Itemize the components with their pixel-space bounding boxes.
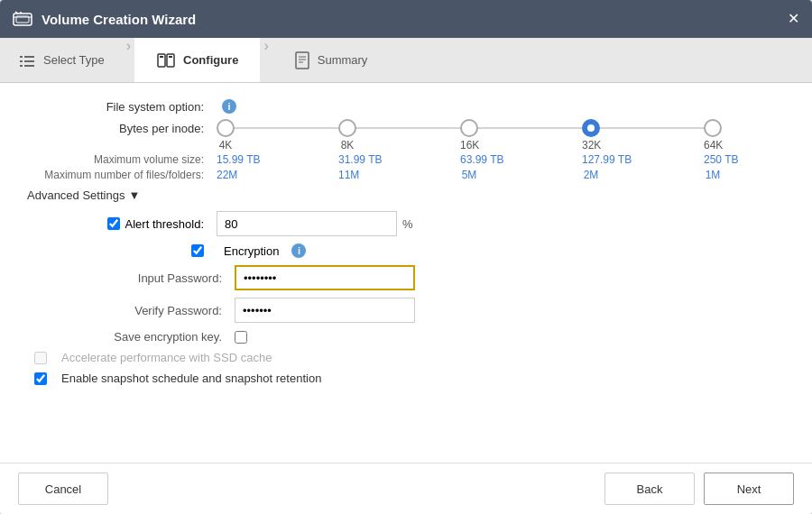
titlebar: Volume Creation Wizard ✕: [0, 0, 812, 38]
close-button[interactable]: ✕: [788, 12, 799, 26]
advanced-settings-label: Advanced Settings: [27, 188, 125, 202]
encryption-label: Encryption: [224, 244, 279, 258]
slider-dot-16k[interactable]: [460, 119, 478, 137]
svg-rect-14: [169, 56, 172, 58]
slider-dot-32k[interactable]: [582, 119, 600, 137]
save-key-checkbox[interactable]: [235, 331, 247, 344]
save-key-row: Save encryption key.: [45, 330, 785, 344]
encryption-info-icon[interactable]: i: [291, 243, 306, 258]
label-32k: 32K: [582, 139, 600, 151]
max-files-row: Maximum number of files/folders: 22M 11M…: [27, 169, 785, 181]
input-password-row: Input Password:: [45, 265, 785, 290]
encryption-section: Input Password: Verify Password: Save en…: [45, 265, 785, 344]
snapshot-label: Enable snapshot schedule and snapshot re…: [61, 372, 321, 385]
tab-select-type-label: Select Type: [43, 53, 105, 67]
ssd-cache-row: Accelerate performance with SSD cache: [27, 351, 785, 364]
slider-dot-4k[interactable]: [217, 119, 235, 137]
tab-summary-label: Summary: [318, 53, 368, 67]
max-volume-size-row: Maximum volume size: 15.99 TB 31.99 TB 6…: [27, 153, 785, 166]
svg-rect-10: [24, 65, 34, 67]
vol-size-32k: 127.99 TB: [582, 153, 600, 166]
ssd-cache-checkbox[interactable]: [34, 352, 47, 364]
tab-arrow-2: ›: [263, 38, 268, 82]
label-4k: 4K: [217, 139, 235, 151]
verify-password-row: Verify Password:: [45, 298, 785, 323]
alert-threshold-row: Alert threshold: %: [27, 211, 785, 236]
label-8k: 8K: [338, 139, 356, 151]
snapshot-checkbox[interactable]: [34, 372, 47, 385]
tab-arrow-1: ›: [126, 38, 131, 82]
window-title: Volume Creation Wizard: [42, 12, 196, 27]
label-64k: 64K: [704, 139, 722, 151]
files-4k: 22M: [217, 169, 235, 181]
files-8k: 11M: [338, 169, 356, 181]
tab-summary[interactable]: Summary: [272, 38, 390, 82]
advanced-settings-toggle[interactable]: Advanced Settings ▼: [27, 188, 785, 202]
input-password-field[interactable]: [235, 265, 415, 290]
svg-rect-7: [20, 60, 23, 62]
tabs-bar: Select Type › Configure › Summary: [0, 38, 812, 83]
files-16k: 5M: [460, 169, 478, 181]
list-icon: [18, 51, 36, 69]
slider-dot-8k[interactable]: [338, 119, 356, 137]
svg-rect-5: [20, 56, 23, 58]
bytes-per-inode-slider[interactable]: [217, 119, 722, 137]
input-password-label: Input Password:: [45, 271, 235, 285]
volume-icon: [13, 9, 32, 29]
footer: Cancel Back Next: [0, 463, 812, 514]
files-64k: 1M: [704, 169, 722, 181]
svg-rect-12: [160, 56, 163, 58]
files-32k: 2M: [582, 169, 600, 181]
verify-password-label: Verify Password:: [45, 304, 235, 317]
vol-size-8k: 31.99 TB: [338, 153, 356, 166]
label-16k: 16K: [460, 139, 478, 151]
advanced-chevron-icon: ▼: [128, 188, 140, 202]
filesystem-option-row: File system option: i: [27, 99, 785, 114]
slider-dot-64k[interactable]: [704, 119, 722, 137]
alert-threshold-unit: %: [402, 217, 413, 231]
ssd-cache-label: Accelerate performance with SSD cache: [61, 351, 272, 364]
next-button[interactable]: Next: [704, 473, 794, 505]
encryption-checkbox-row: Encryption i: [27, 243, 785, 258]
main-content: File system option: i Bytes per inode:: [0, 83, 812, 463]
save-key-label: Save encryption key.: [45, 330, 235, 344]
alert-threshold-label: Alert threshold:: [125, 217, 204, 231]
bytes-per-inode-row: Bytes per inode:: [27, 119, 785, 137]
summary-icon: [294, 51, 310, 69]
configure-icon: [156, 51, 176, 69]
back-button[interactable]: Back: [604, 473, 695, 505]
tab-configure-label: Configure: [183, 53, 238, 67]
bytes-per-inode-label: Bytes per inode:: [27, 122, 217, 135]
svg-rect-9: [20, 65, 23, 67]
max-volume-size-label: Maximum volume size:: [27, 153, 217, 166]
tab-select-type[interactable]: Select Type: [0, 38, 123, 82]
max-files-label: Maximum number of files/folders:: [27, 169, 217, 181]
vol-size-4k: 15.99 TB: [217, 153, 235, 166]
cancel-button[interactable]: Cancel: [18, 473, 108, 505]
snapshot-row: Enable snapshot schedule and snapshot re…: [27, 372, 785, 385]
svg-rect-15: [296, 52, 309, 69]
svg-rect-8: [24, 60, 34, 62]
verify-password-field[interactable]: [235, 298, 415, 323]
alert-threshold-checkbox[interactable]: [107, 217, 120, 230]
slider-labels: 4K 8K 16K 32K 64K: [217, 139, 785, 151]
filesystem-info-icon[interactable]: i: [222, 99, 236, 114]
filesystem-label: File system option:: [27, 100, 217, 114]
encryption-checkbox[interactable]: [191, 244, 204, 257]
alert-threshold-input[interactable]: [217, 211, 397, 236]
vol-size-16k: 63.99 TB: [460, 153, 478, 166]
tab-configure[interactable]: Configure: [134, 38, 260, 82]
vol-size-64k: 250 TB: [704, 153, 722, 166]
svg-rect-6: [24, 56, 34, 58]
